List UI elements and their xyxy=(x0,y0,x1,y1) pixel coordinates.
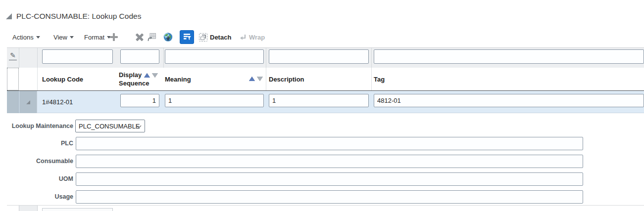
column-separator xyxy=(266,48,266,68)
plus-icon xyxy=(109,33,118,42)
row-detail-cell[interactable] xyxy=(19,91,37,113)
column-header-description: Description xyxy=(269,76,304,83)
row-header-cell[interactable] xyxy=(7,91,19,113)
filter-input-display-sequence[interactable] xyxy=(120,49,159,64)
query-by-example-toggle[interactable] xyxy=(180,30,194,44)
view-menu-label: View xyxy=(53,34,67,41)
format-menu[interactable]: Format xyxy=(84,30,111,44)
globe-icon xyxy=(163,32,173,42)
sort-ascending-icon[interactable] xyxy=(144,73,150,78)
column-separator xyxy=(371,68,372,90)
wrap-button[interactable] xyxy=(239,30,247,44)
filter-input-meaning[interactable] xyxy=(165,49,264,64)
dropdown-caret-icon xyxy=(70,36,74,39)
sort-controls-display-sequence xyxy=(144,73,158,78)
column-separator xyxy=(266,68,266,90)
cell-input-display-sequence[interactable] xyxy=(120,94,159,107)
filter-input-description[interactable] xyxy=(269,49,369,64)
consumable-label: Consumable xyxy=(0,155,73,168)
lookup-maintenance-label: Lookup Maintenance xyxy=(0,120,73,132)
section-divider xyxy=(7,205,644,206)
lookup-codes-panel: PLC-CONSUMABLE: Lookup Codes Actions Vie… xyxy=(0,0,644,211)
next-section-row-header xyxy=(19,206,38,211)
consumable-field[interactable] xyxy=(76,155,583,168)
wrap-button-label[interactable]: Wrap xyxy=(249,30,265,44)
toolbar: Actions View Format xyxy=(0,30,644,44)
sort-descending-icon[interactable] xyxy=(152,73,158,78)
page-title: PLC-CONSUMABLE: Lookup Codes xyxy=(16,12,141,21)
sort-controls-meaning xyxy=(249,77,263,81)
usage-field[interactable] xyxy=(76,190,583,204)
filter-input-tag[interactable] xyxy=(374,49,644,64)
cell-input-tag[interactable] xyxy=(374,94,644,107)
cell-lookup-code: 1#4812-01 xyxy=(42,91,73,113)
qbe-pencil-icon: ✎ xyxy=(9,51,17,60)
detach-button[interactable] xyxy=(199,30,207,44)
uom-label: UOM xyxy=(0,172,73,186)
cell-input-description[interactable] xyxy=(269,94,369,107)
lookup-maintenance-select[interactable]: PLC_CONSUMABLE xyxy=(75,120,145,132)
plc-field[interactable] xyxy=(76,137,583,150)
panel-header: PLC-CONSUMABLE: Lookup Codes xyxy=(6,11,141,22)
next-section-filter-edge xyxy=(42,208,113,211)
column-header-meaning[interactable]: Meaning xyxy=(165,76,191,83)
detach-icon xyxy=(199,33,207,42)
x-icon xyxy=(135,33,144,42)
actions-menu[interactable]: Actions xyxy=(12,30,40,44)
filter-input-lookup-code[interactable] xyxy=(42,49,113,64)
column-separator xyxy=(19,48,19,68)
uom-field[interactable] xyxy=(76,172,583,186)
delete-row-button[interactable] xyxy=(135,30,144,44)
add-row-button[interactable] xyxy=(109,30,118,44)
sort-ascending-icon[interactable] xyxy=(249,77,255,81)
row-header-focus-cell xyxy=(7,68,19,90)
table-arrow-icon xyxy=(147,32,157,42)
column-separator xyxy=(37,48,38,68)
panel-disclosure-icon[interactable] xyxy=(6,13,12,19)
row-disclosure-icon[interactable] xyxy=(26,100,30,104)
lookup-maintenance-value: PLC_CONSUMABLE xyxy=(79,123,140,130)
detach-button-label[interactable]: Detach xyxy=(210,30,231,44)
table-header-row: Lookup Code Display Sequence Meaning Des… xyxy=(7,68,644,91)
globe-button[interactable] xyxy=(163,30,173,44)
column-header-tag: Tag xyxy=(374,76,385,83)
filter-table-icon xyxy=(183,33,192,42)
usage-label: Usage xyxy=(0,190,73,204)
format-menu-label: Format xyxy=(84,34,104,41)
column-separator xyxy=(163,48,164,68)
export-table-button[interactable] xyxy=(147,30,157,44)
view-menu[interactable]: View xyxy=(53,30,74,44)
cell-input-meaning[interactable] xyxy=(165,94,264,107)
sort-descending-icon[interactable] xyxy=(257,77,263,81)
column-header-lookup-code: Lookup Code xyxy=(42,76,83,83)
plc-label: PLC xyxy=(0,137,73,150)
actions-menu-label: Actions xyxy=(12,34,34,41)
column-separator xyxy=(37,68,38,90)
dropdown-caret-icon xyxy=(36,36,40,39)
column-separator xyxy=(371,48,372,68)
wrap-icon xyxy=(239,33,247,42)
